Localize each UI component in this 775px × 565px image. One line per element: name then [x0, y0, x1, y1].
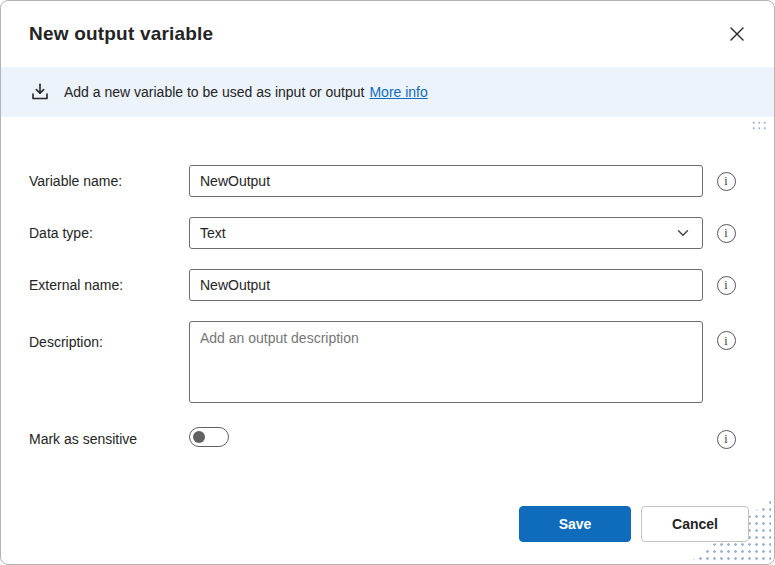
variable-name-info-icon[interactable]: i — [717, 172, 736, 191]
external-name-input[interactable] — [189, 269, 703, 301]
close-icon — [730, 27, 744, 41]
save-button[interactable]: Save — [519, 506, 631, 542]
data-type-info-icon[interactable]: i — [717, 224, 736, 243]
data-type-row: Data type: Text i — [29, 217, 736, 249]
banner-message: Add a new variable to be used as input o… — [64, 84, 364, 100]
dialog-footer: Save Cancel — [519, 506, 749, 542]
data-type-value: Text — [200, 225, 226, 241]
new-output-variable-dialog: New output variable Add a new variable t… — [0, 0, 775, 565]
banner-text: Add a new variable to be used as input o… — [64, 84, 428, 100]
description-textarea[interactable] — [189, 321, 703, 403]
mark-sensitive-row: Mark as sensitive i — [29, 427, 736, 451]
close-button[interactable] — [720, 17, 754, 51]
external-name-label: External name: — [29, 277, 189, 293]
data-type-dropdown[interactable]: Text — [189, 217, 703, 249]
form: Variable name: i Data type: Text i — [1, 117, 774, 471]
description-row: Description: i — [29, 321, 736, 407]
cancel-button[interactable]: Cancel — [641, 506, 749, 542]
variable-name-label: Variable name: — [29, 173, 189, 189]
data-type-label: Data type: — [29, 225, 189, 241]
dialog-header: New output variable — [1, 1, 774, 67]
info-banner: Add a new variable to be used as input o… — [1, 67, 774, 117]
output-variable-icon — [29, 81, 51, 103]
external-name-row: External name: i — [29, 269, 736, 301]
variable-name-input[interactable] — [189, 165, 703, 197]
variable-name-row: Variable name: i — [29, 165, 736, 197]
mark-sensitive-info-icon[interactable]: i — [717, 430, 736, 449]
toggle-knob — [193, 431, 205, 443]
mark-sensitive-label: Mark as sensitive — [29, 431, 189, 447]
mark-as-sensitive-toggle[interactable] — [189, 427, 229, 447]
description-info-icon[interactable]: i — [717, 331, 736, 350]
chevron-down-icon — [676, 226, 690, 240]
external-name-info-icon[interactable]: i — [717, 276, 736, 295]
page-title: New output variable — [29, 23, 213, 45]
more-info-link[interactable]: More info — [369, 84, 427, 100]
description-label: Description: — [29, 321, 189, 350]
